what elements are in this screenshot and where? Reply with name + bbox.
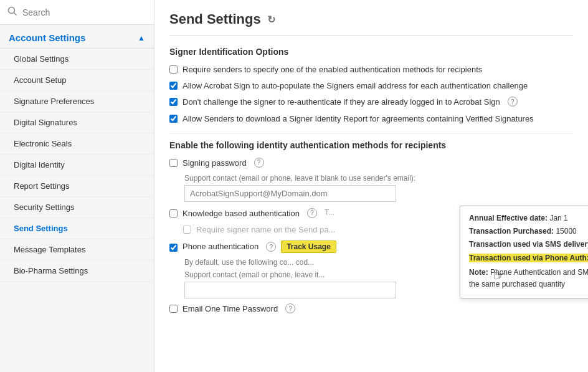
option-label-4: Allow Senders to download a Signer Ident…	[183, 113, 534, 125]
kba-label: Knowledge based authentication	[183, 208, 300, 219]
svg-line-1	[14, 13, 17, 16]
support-contact-label: Support contact (email or phone, leave i…	[184, 174, 573, 183]
kba-sub-label: Require signer name on the Send pa...	[196, 224, 335, 236]
checkbox-kba-sub[interactable]	[183, 226, 191, 234]
sidebar-item-electronic-seals[interactable]: Electronic Seals	[0, 133, 154, 155]
checkbox-kba[interactable]	[169, 209, 178, 217]
tooltip-phone-auth: Transaction used via Phone Auth: 1	[469, 252, 588, 264]
tooltip-note: Note: Phone Authentication and SMS deliv…	[469, 267, 588, 290]
sidebar: Account Settings ▲ Global Settings Accou…	[0, 0, 154, 372]
tooltip-box: Annual Effective date: Jan 1 Transaction…	[460, 206, 588, 298]
option-label-3: Don't challenge the signer to re-authent…	[183, 97, 500, 108]
sidebar-item-send-settings[interactable]: Send Settings	[0, 218, 154, 239]
option-row-1: Require senders to specify one of the en…	[169, 64, 573, 75]
signing-password-row: Signing password ?	[169, 158, 573, 169]
main-content: Send Settings ↻ Signer Identification Op…	[154, 0, 588, 372]
help-icon-signing-password[interactable]: ?	[254, 158, 264, 168]
checkbox-opt3[interactable]	[169, 98, 178, 106]
help-icon-kba[interactable]: ?	[307, 208, 317, 218]
svg-point-0	[9, 7, 15, 14]
checkbox-signing-password[interactable]	[169, 159, 178, 167]
checkbox-opt2[interactable]	[169, 82, 178, 90]
sidebar-item-digital-signatures[interactable]: Digital Signatures	[0, 112, 154, 133]
sidebar-item-report-settings[interactable]: Report Settings	[0, 176, 154, 197]
option-row-3: Don't challenge the signer to re-authent…	[169, 97, 573, 108]
kba-truncated: T...	[325, 208, 334, 217]
checkbox-phone-auth[interactable]	[169, 244, 178, 252]
checkbox-email-otp[interactable]	[169, 305, 178, 313]
account-settings-label: Account Settings	[9, 32, 85, 43]
support-contact-input[interactable]	[184, 185, 396, 202]
sidebar-item-message-templates[interactable]: Message Templates	[0, 239, 154, 260]
sidebar-item-global-settings[interactable]: Global Settings	[0, 49, 154, 70]
option-label-1: Require senders to specify one of the en…	[183, 64, 482, 75]
cursor-pointer: ☞	[493, 268, 505, 284]
search-icon	[7, 6, 17, 18]
chevron-up-icon: ▲	[138, 34, 145, 42]
tooltip-effective-date: Annual Effective date: Jan 1	[469, 212, 588, 224]
sidebar-item-digital-identity[interactable]: Digital Identity	[0, 155, 154, 176]
sidebar-item-security-settings[interactable]: Security Settings	[0, 197, 154, 218]
option-row-4: Allow Senders to download a Signer Ident…	[169, 113, 573, 125]
help-icon-phone-auth[interactable]: ?	[266, 242, 276, 252]
page-title: Send Settings ↻	[169, 11, 573, 36]
sidebar-item-account-setup[interactable]: Account Setup	[0, 70, 154, 91]
support-contact2-input[interactable]: OurSupport@MyDomain.dom	[184, 282, 396, 298]
email-otp-row: Email One Time Password ?	[169, 303, 573, 315]
signer-id-section-title: Signer Identification Options	[169, 47, 573, 57]
checkbox-opt1[interactable]	[169, 65, 178, 74]
account-settings-header[interactable]: Account Settings ▲	[0, 25, 154, 49]
sidebar-item-bio-pharma-settings[interactable]: Bio-Pharma Settings	[0, 260, 154, 282]
search-input[interactable]	[22, 7, 146, 17]
tooltip-sms: Transaction used via SMS delivery: 1	[469, 239, 588, 250]
email-otp-label: Email One Time Password	[183, 303, 278, 315]
search-bar[interactable]	[0, 0, 154, 25]
option-row-2: Allow Acrobat Sign to auto-populate the …	[169, 80, 573, 92]
option-label-2: Allow Acrobat Sign to auto-populate the …	[183, 80, 528, 92]
help-icon-opt3[interactable]: ?	[508, 97, 518, 107]
signing-password-label: Signing password	[183, 158, 247, 169]
phone-auth-label: Phone authentication	[183, 241, 258, 252]
help-icon-email-otp[interactable]: ?	[285, 303, 295, 313]
track-usage-button[interactable]: Track Usage	[281, 241, 336, 253]
refresh-icon[interactable]: ↻	[267, 14, 275, 26]
checkbox-opt4[interactable]	[169, 115, 178, 123]
tooltip-purchased: Transaction Purchased: 15000	[469, 226, 588, 237]
identity-auth-title: Enable the following identity authentica…	[169, 140, 573, 150]
sidebar-item-signature-preferences[interactable]: Signature Preferences	[0, 91, 154, 112]
